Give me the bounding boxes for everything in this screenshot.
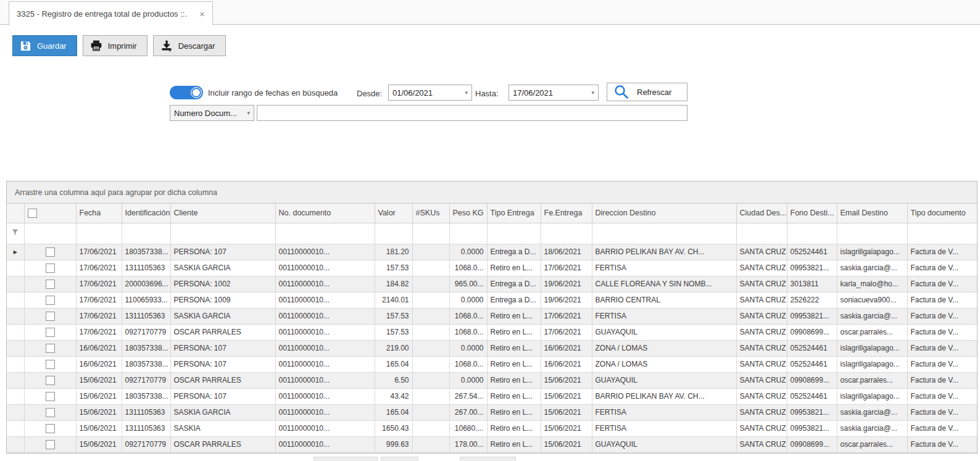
chevron-down-icon[interactable]: ▾	[461, 89, 468, 96]
row-checkbox[interactable]	[24, 292, 76, 308]
cell-valor: 165.04	[375, 404, 412, 420]
table-row[interactable]: 16/06/2021180357338...PERSONA: 107001100…	[7, 356, 977, 372]
table-row[interactable]: 16/06/2021180357338...PERSONA: 107001100…	[7, 340, 977, 356]
cell-skus	[412, 356, 449, 372]
cell-fe-entrega: 19/06/2021	[541, 276, 592, 292]
table-row[interactable]: 15/06/20210927170779OSCAR PARRALES001100…	[7, 436, 977, 452]
table-row[interactable]: 17/06/20211311105363SASKIA GARCIA0011000…	[7, 308, 977, 324]
table-row[interactable]: 15/06/20210927170779OSCAR PARRALES001100…	[7, 372, 977, 388]
table-row[interactable]: 15/06/2021180357338...PERSONA: 107001100…	[7, 388, 977, 404]
cell-peso-kg: 0.0000	[449, 292, 487, 308]
table-row[interactable]: 17/06/20211311105363SASKIA GARCIA0011000…	[7, 260, 977, 276]
filter-cell-fecha[interactable]	[76, 223, 122, 244]
table-row[interactable]: 17/06/20210927170779OSCAR PARRALES001100…	[7, 324, 977, 340]
filter-cell-email-destino[interactable]	[837, 223, 907, 244]
filter-cell-peso-kg[interactable]	[449, 223, 487, 244]
filter-icon[interactable]	[7, 223, 24, 244]
row-checkbox[interactable]	[24, 308, 76, 324]
desde-date-picker[interactable]: 01/06/2021 ▾	[388, 85, 472, 101]
row-checkbox[interactable]	[24, 276, 76, 292]
filter-cell-valor[interactable]	[375, 223, 412, 244]
date-range-toggle[interactable]	[170, 86, 203, 99]
cutoff-button[interactable]	[314, 457, 378, 461]
row-checkbox[interactable]	[24, 420, 76, 436]
filter-cell-no-documento[interactable]	[275, 223, 375, 244]
row-indicator-cell	[7, 324, 24, 340]
column-header-direccion-destino[interactable]: Direccion Destino	[592, 204, 736, 223]
document-search-input[interactable]	[257, 105, 687, 121]
row-checkbox[interactable]	[24, 404, 76, 420]
column-header-skus[interactable]: #SKUs	[412, 204, 449, 223]
cell-identificacion: 200003696...	[122, 276, 170, 292]
row-checkbox[interactable]	[24, 356, 76, 372]
cell-skus	[412, 308, 449, 324]
row-checkbox[interactable]	[24, 260, 76, 276]
cutoff-button[interactable]	[460, 457, 516, 461]
cell-peso-kg: 1068.0...	[449, 260, 487, 276]
table-row[interactable]: 15/06/20211311105363SASKIA GARCIA0011000…	[7, 404, 977, 420]
filter-cell-ciudad-destino[interactable]	[736, 223, 787, 244]
filter-cell-cliente[interactable]	[170, 223, 275, 244]
cell-email-destino: karla_malo@ho...	[837, 276, 907, 292]
cell-tipo-documento: Factura de V...	[907, 292, 977, 308]
row-checkbox[interactable]	[24, 340, 76, 356]
cell-no-documento: 00110000010...	[275, 388, 375, 404]
checkbox-icon	[46, 440, 55, 449]
filter-cell-skus[interactable]	[412, 223, 449, 244]
close-icon[interactable]: ×	[199, 9, 205, 19]
filter-cell-direccion-destino[interactable]	[592, 223, 736, 244]
cell-valor: 2140.01	[375, 292, 412, 308]
cell-cliente: SASKIA GARCIA	[170, 260, 275, 276]
column-header-no-documento[interactable]: No. documento	[275, 204, 375, 223]
cell-valor: 6.50	[375, 372, 412, 388]
row-checkbox[interactable]	[24, 324, 76, 340]
cell-direccion-destino: BARRIO PELIKAN BAY AV. CH...	[592, 244, 736, 260]
imprimir-button[interactable]: Imprimir	[83, 35, 147, 56]
cell-tipo-entrega: Retiro en L...	[487, 372, 541, 388]
chevron-down-icon[interactable]: ▾	[243, 110, 250, 116]
table-row[interactable]: 17/06/2021110065933...PERSONA: 100900110…	[7, 292, 977, 308]
column-header-ciudad-destino[interactable]: Ciudad Des...	[736, 204, 787, 223]
column-header-tipo-documento[interactable]: Tipo documento	[907, 204, 977, 223]
row-checkbox[interactable]	[24, 244, 76, 260]
filter-cell-tipo-entrega[interactable]	[487, 223, 541, 244]
tab-registro-entrega[interactable]: 3325 - Registro de entrega total de prod…	[9, 1, 213, 25]
column-header-cliente[interactable]: Cliente	[170, 204, 275, 223]
filter-cell-fono-destino[interactable]	[787, 223, 837, 244]
row-checkbox[interactable]	[24, 388, 76, 404]
document-filter-dropdown[interactable]: Numero Docum... ▾	[170, 105, 254, 121]
table-row[interactable]: 15/06/20211311105363SASKIA00110000010...…	[7, 420, 977, 436]
select-all-checkbox[interactable]	[24, 204, 76, 223]
column-header-fe-entrega[interactable]: Fe.Entrega	[541, 204, 592, 223]
cutoff-button[interactable]	[381, 457, 418, 461]
column-header-fecha[interactable]: Fecha	[76, 204, 122, 223]
column-header-peso-kg[interactable]: Peso KG	[449, 204, 487, 223]
column-header-identificacion[interactable]: Identificación	[122, 204, 170, 223]
cell-email-destino: islagrillgalapago...	[837, 340, 907, 356]
descargar-button[interactable]: Descargar	[153, 35, 226, 56]
row-checkbox[interactable]	[24, 436, 76, 452]
cell-direccion-destino: GUAYAQUIL	[592, 324, 736, 340]
hasta-date-picker[interactable]: 17/06/2021 ▾	[509, 85, 599, 101]
column-header-valor[interactable]: Valor	[375, 204, 412, 223]
filter-cell-fe-entrega[interactable]	[541, 223, 592, 244]
cell-identificacion: 180357338...	[122, 244, 170, 260]
row-checkbox[interactable]	[24, 372, 76, 388]
cell-fecha: 15/06/2021	[76, 372, 122, 388]
cell-tipo-documento: Factura de V...	[907, 356, 977, 372]
cell-skus	[412, 276, 449, 292]
filter-cell-tipo-documento[interactable]	[907, 223, 977, 244]
column-header-fono-destino[interactable]: Fono Desti...	[787, 204, 837, 223]
cell-email-destino: saskia.garcia@...	[837, 420, 907, 436]
group-by-panel[interactable]: Arrastre una columna aquí para agrupar p…	[7, 181, 977, 204]
column-header-tipo-entrega[interactable]: Tipo Entrega	[487, 204, 541, 223]
column-header-email-destino[interactable]: Email Destino	[837, 204, 907, 223]
table-row[interactable]: 17/06/2021200003696...PERSONA: 100200110…	[7, 276, 977, 292]
refrescar-button[interactable]: Refrescar	[607, 83, 687, 101]
table-row[interactable]: ▶17/06/2021180357338...PERSONA: 10700110…	[7, 244, 977, 260]
guardar-button[interactable]: Guardar	[12, 35, 77, 56]
app-window: 3325 - Registro de entrega total de prod…	[0, 0, 980, 461]
chevron-down-icon[interactable]: ▾	[588, 89, 594, 96]
filter-cell-identificacion[interactable]	[122, 223, 170, 244]
desde-date-value: 01/06/2021	[392, 88, 433, 98]
